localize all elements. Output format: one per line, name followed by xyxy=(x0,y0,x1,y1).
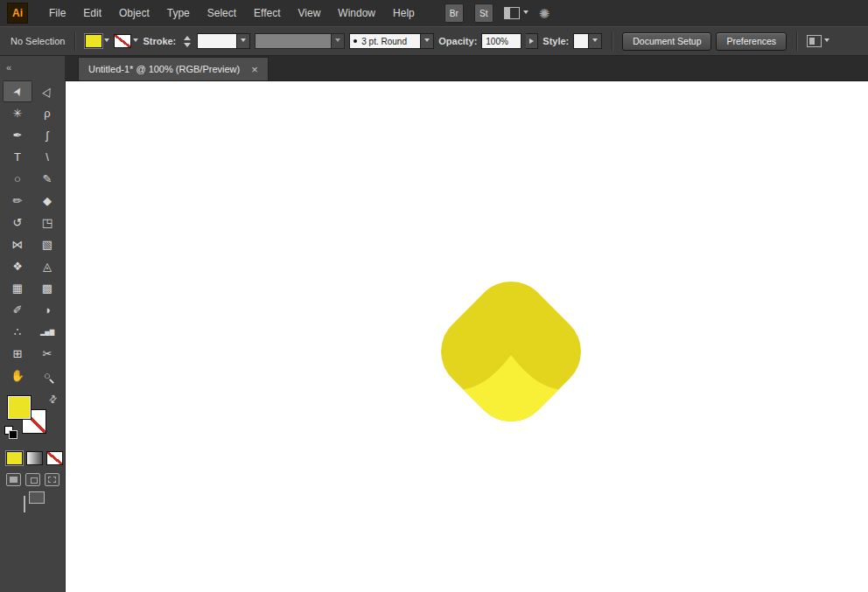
menu-help[interactable]: Help xyxy=(384,0,424,26)
stroke-weight-stepper[interactable] xyxy=(184,36,191,47)
arrange-options-dropdown[interactable] xyxy=(807,33,830,49)
perspective-grid-tool[interactable]: ◬ xyxy=(32,255,62,277)
change-screen-mode-button[interactable] xyxy=(24,496,25,512)
swap-fill-stroke-icon[interactable]: ⇄ xyxy=(46,393,59,405)
scale-tool[interactable]: ◳ xyxy=(32,212,62,233)
gradient-tool-icon: ▩ xyxy=(42,282,52,294)
fill-swatch[interactable] xyxy=(7,395,32,420)
selection-tool-icon: ➤ xyxy=(10,85,25,99)
dropdown-button[interactable] xyxy=(589,33,602,49)
width-profile-preview xyxy=(255,33,332,49)
symbol-sprayer-tool[interactable]: ∴ xyxy=(3,321,32,343)
divider xyxy=(74,31,75,51)
stroke-weight-value xyxy=(197,33,237,49)
menu-object[interactable]: Object xyxy=(110,0,158,26)
opacity-label: Opacity: xyxy=(438,36,477,46)
chevron-down-icon xyxy=(824,33,830,49)
blend-tool[interactable]: ◑ xyxy=(32,299,62,321)
stroke-none-swatch xyxy=(114,34,131,48)
hand-tool[interactable]: ✋ xyxy=(3,365,32,387)
menu-edit[interactable]: Edit xyxy=(74,0,110,26)
zoom-tool[interactable]: ○ xyxy=(32,365,62,387)
artboard-tool[interactable]: ⊞ xyxy=(3,343,32,365)
draw-inside-mode-button[interactable] xyxy=(45,473,60,486)
arrange-documents-dropdown[interactable] xyxy=(504,5,528,21)
app-bar-right: Br St ✺ xyxy=(444,3,550,23)
draw-behind-mode-button[interactable] xyxy=(25,473,40,486)
stepper-up-icon xyxy=(184,36,191,40)
width-tool[interactable]: ⋈ xyxy=(3,233,32,255)
arrange-icon xyxy=(807,35,822,47)
pen-tool-icon: ✒ xyxy=(13,129,23,141)
width-tool-icon: ⋈ xyxy=(12,239,24,250)
menu-effect[interactable]: Effect xyxy=(245,0,289,26)
menu-view[interactable]: View xyxy=(290,0,330,26)
pen-tool[interactable]: ✒ xyxy=(3,124,32,146)
illustrator-logo-icon: Ai xyxy=(7,3,28,24)
stepper-down-icon xyxy=(184,43,191,47)
ellipse-tool[interactable]: ○ xyxy=(3,168,32,190)
stock-button[interactable]: St xyxy=(474,3,494,23)
preferences-button[interactable]: Preferences xyxy=(716,32,787,51)
paintbrush-tool[interactable]: ✎ xyxy=(32,168,62,190)
column-graph-tool[interactable]: ▂▅▇ xyxy=(32,321,62,343)
tools-panel-header: « xyxy=(0,56,65,79)
sync-status-icon[interactable]: ✺ xyxy=(539,7,550,20)
dropdown-button[interactable] xyxy=(421,33,434,49)
document-area: Untitled-1* @ 100% (RGB/Preview) × xyxy=(66,56,868,592)
stroke-color-dropdown[interactable] xyxy=(114,33,138,49)
none-button[interactable] xyxy=(46,451,63,465)
default-fill-stroke-icon[interactable] xyxy=(4,426,18,439)
selection-status-label: No Selection xyxy=(10,36,65,46)
artwork-shape[interactable] xyxy=(424,265,598,438)
artboard-tool-icon: ⊞ xyxy=(13,348,23,359)
pencil-tool[interactable]: ✏ xyxy=(3,190,32,212)
rotate-tool[interactable]: ↺ xyxy=(3,212,32,233)
brush-definition-label: 3 pt. Round xyxy=(361,37,407,46)
collapse-panel-icon[interactable]: « xyxy=(6,62,11,73)
fill-color-dropdown[interactable] xyxy=(85,33,109,49)
blend-tool-icon: ◑ xyxy=(44,304,51,316)
gradient-tool[interactable]: ▩ xyxy=(32,277,62,299)
column-graph-tool-icon: ▂▅▇ xyxy=(40,329,54,335)
opacity-flyout-button[interactable] xyxy=(526,33,538,49)
brush-definition-select[interactable]: 3 pt. Round xyxy=(349,33,434,49)
menu-window[interactable]: Window xyxy=(329,0,384,26)
slice-tool[interactable]: ✂ xyxy=(32,343,62,365)
opacity-input[interactable] xyxy=(481,33,522,49)
direct-selection-tool-icon: ▷ xyxy=(40,85,54,98)
free-transform-tool[interactable]: ▧ xyxy=(32,233,62,255)
draw-normal-mode-button[interactable] xyxy=(6,473,21,486)
selection-tool[interactable]: ➤ xyxy=(3,80,32,102)
graphic-style-value xyxy=(573,33,589,49)
lasso-tool[interactable]: ρ xyxy=(32,102,62,124)
document-tab[interactable]: Untitled-1* @ 100% (RGB/Preview) × xyxy=(78,57,269,80)
magic-wand-tool[interactable]: ✳ xyxy=(3,102,32,124)
curvature-tool[interactable]: ʃ xyxy=(32,124,62,146)
color-button[interactable] xyxy=(6,451,23,465)
graphic-style-select[interactable] xyxy=(573,33,602,49)
divider xyxy=(796,31,797,51)
mesh-tool[interactable]: ▦ xyxy=(3,277,32,299)
menu-file[interactable]: File xyxy=(40,0,74,26)
divider xyxy=(612,31,612,51)
shape-builder-tool[interactable]: ❖ xyxy=(3,255,32,277)
type-tool[interactable]: T xyxy=(3,146,32,168)
close-tab-icon[interactable]: × xyxy=(251,64,258,75)
document-setup-button[interactable]: Document Setup xyxy=(622,32,711,51)
line-segment-tool[interactable]: \ xyxy=(32,146,62,168)
dropdown-button xyxy=(332,33,345,49)
bridge-button[interactable]: Br xyxy=(444,3,464,23)
control-bar: No Selection Stroke: 3 pt. Round xyxy=(0,26,868,56)
eyedropper-tool[interactable]: ✐ xyxy=(3,299,32,321)
eraser-tool[interactable]: ◆ xyxy=(32,190,62,212)
dropdown-button[interactable] xyxy=(237,33,250,49)
direct-selection-tool[interactable]: ▷ xyxy=(32,80,62,102)
stroke-weight-select[interactable] xyxy=(197,33,250,49)
menu-select[interactable]: Select xyxy=(199,0,245,26)
perspective-grid-tool-icon: ◬ xyxy=(43,261,52,272)
gradient-button[interactable] xyxy=(26,451,43,465)
document-tab-bar: Untitled-1* @ 100% (RGB/Preview) × xyxy=(66,56,868,81)
canvas[interactable] xyxy=(66,81,868,592)
menu-type[interactable]: Type xyxy=(158,0,199,26)
